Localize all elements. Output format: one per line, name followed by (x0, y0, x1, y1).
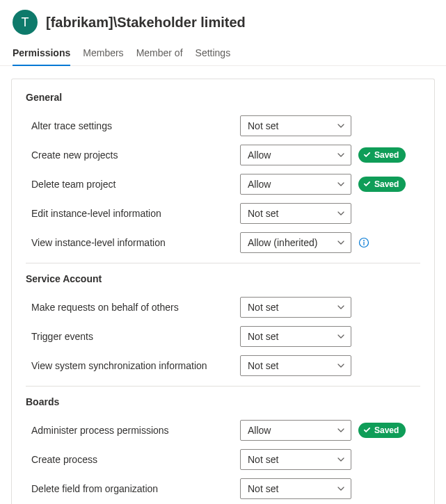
permission-select[interactable]: Allow (240, 420, 351, 441)
tab-settings[interactable]: Settings (196, 42, 231, 65)
permission-row: View instance-level informationAllow (in… (26, 228, 420, 257)
tab-member-of[interactable]: Member of (136, 42, 183, 65)
permission-label: Create process (26, 454, 233, 465)
tab-members[interactable]: Members (83, 42, 123, 65)
permission-group: Administer process permissionsAllowSaved… (26, 416, 420, 504)
permission-select[interactable]: Not set (240, 203, 351, 224)
permission-select[interactable]: Not set (240, 449, 351, 470)
permission-value: Allow (248, 149, 271, 161)
permission-row: Trigger eventsNot set (26, 322, 420, 351)
permission-label: Create new projects (26, 149, 233, 161)
page-title: [fabrikam]\Stakeholder limited (46, 15, 246, 31)
chevron-down-icon (337, 209, 345, 218)
permission-label: Administer process permissions (26, 425, 233, 436)
permission-group: Alter trace settingsNot setCreate new pr… (26, 111, 420, 263)
permission-label: Delete team project (26, 179, 233, 190)
chevron-down-icon (337, 303, 345, 311)
permission-label: Edit instance-level information (26, 208, 233, 219)
chevron-down-icon (337, 485, 345, 493)
chevron-down-icon (337, 426, 345, 434)
chevron-down-icon (337, 122, 345, 130)
chevron-down-icon (337, 361, 345, 370)
check-icon (363, 151, 371, 158)
permission-select[interactable]: Not set (240, 355, 351, 376)
svg-point-1 (363, 240, 365, 241)
chevron-down-icon (337, 151, 345, 159)
saved-badge: Saved (358, 177, 406, 192)
info-button[interactable] (358, 237, 369, 248)
permission-value: Not set (248, 360, 278, 371)
permission-value: Not set (248, 331, 278, 342)
saved-badge: Saved (358, 423, 406, 438)
permission-row: View system synchronization informationN… (26, 351, 420, 380)
permission-select[interactable]: Allow (240, 174, 351, 195)
permission-label: Trigger events (26, 331, 233, 342)
permission-row: Edit instance-level informationNot set (26, 199, 420, 228)
chevron-down-icon (337, 209, 345, 218)
chevron-down-icon (337, 332, 345, 341)
avatar-letter: T (22, 15, 29, 30)
chevron-down-icon (337, 303, 345, 311)
permission-select[interactable]: Allow (240, 145, 351, 165)
permission-label: Delete field from organization (26, 483, 233, 494)
permission-row: Make requests on behalf of othersNot set (26, 293, 420, 322)
chevron-down-icon (337, 180, 345, 188)
permission-value: Not set (248, 208, 278, 219)
saved-label: Saved (374, 150, 399, 160)
permission-value: Not set (248, 302, 278, 313)
tab-permissions[interactable]: Permissions (13, 42, 70, 65)
permission-row: Administer process permissionsAllowSaved (26, 416, 420, 445)
info-icon[interactable] (358, 237, 369, 248)
chevron-down-icon (337, 426, 345, 434)
permission-value: Allow (248, 425, 271, 436)
chevron-down-icon (337, 151, 345, 159)
chevron-down-icon (337, 180, 345, 188)
permission-group: Make requests on behalf of othersNot set… (26, 293, 420, 387)
permission-select[interactable]: Not set (240, 297, 351, 318)
saved-label: Saved (374, 425, 399, 435)
chevron-down-icon (337, 238, 345, 247)
permission-select[interactable]: Not set (240, 478, 351, 499)
permission-row: Delete team projectAllowSaved (26, 170, 420, 199)
permission-label: Alter trace settings (26, 120, 233, 131)
saved-badge: Saved (358, 147, 406, 163)
permission-row: Create processNot set (26, 445, 420, 474)
saved-label: Saved (374, 179, 399, 189)
chevron-down-icon (337, 485, 345, 493)
chevron-down-icon (337, 361, 345, 370)
section-title: Service Account (26, 273, 420, 284)
page-header: T [fabrikam]\Stakeholder limited (0, 0, 446, 42)
chevron-down-icon (337, 122, 345, 130)
header-spacer (399, 13, 433, 31)
chevron-down-icon (337, 455, 345, 464)
permission-select[interactable]: Not set (240, 326, 351, 347)
permission-row: Alter trace settingsNot set (26, 111, 420, 140)
permission-row: Delete field from organizationNot set (26, 474, 420, 503)
chevron-down-icon (337, 455, 345, 464)
permission-label: View system synchronization information (26, 360, 233, 371)
permission-value: Not set (248, 120, 278, 131)
tab-bar: PermissionsMembersMember ofSettings (0, 42, 446, 66)
permission-label: View instance-level information (26, 237, 233, 248)
chevron-down-icon (337, 332, 345, 341)
check-icon (363, 426, 371, 434)
permission-value: Not set (248, 483, 278, 494)
permission-select[interactable]: Not set (240, 115, 351, 136)
check-icon (363, 180, 371, 188)
permission-row: Create new projectsAllowSaved (26, 140, 420, 170)
permission-value: Not set (248, 454, 278, 465)
permission-label: Make requests on behalf of others (26, 302, 233, 313)
permission-value: Allow (inherited) (248, 237, 317, 248)
section-title: General (26, 92, 420, 103)
chevron-down-icon (337, 238, 345, 247)
svg-rect-2 (363, 242, 364, 245)
section-title: Boards (26, 396, 420, 407)
permission-select[interactable]: Allow (inherited) (240, 232, 351, 253)
permission-value: Allow (248, 179, 271, 190)
avatar: T (13, 10, 38, 35)
permissions-panel: GeneralAlter trace settingsNot setCreate… (11, 79, 435, 504)
